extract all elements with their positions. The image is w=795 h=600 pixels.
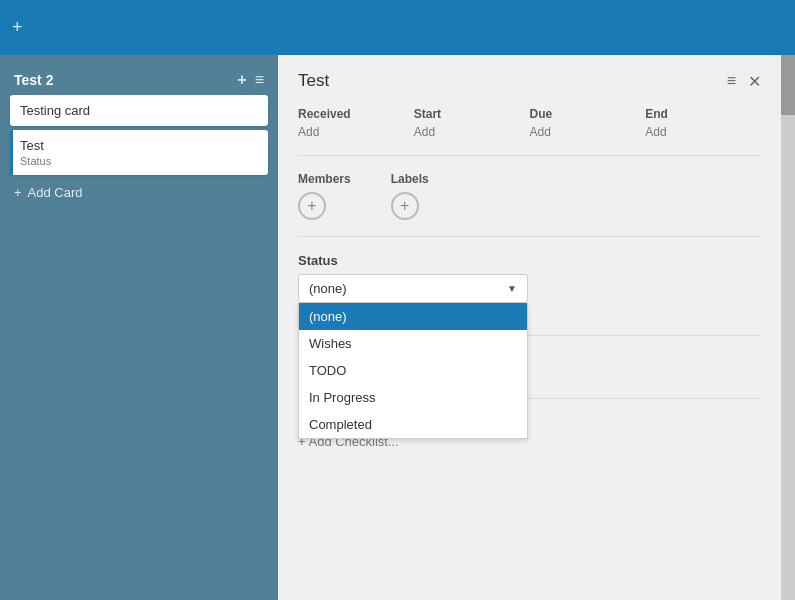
date-field-due: Due Add [530, 107, 646, 139]
top-bar: + [0, 0, 795, 55]
status-current-value: (none) [309, 281, 347, 296]
card-title: Test [20, 138, 258, 153]
date-field-received: Received Add [298, 107, 414, 139]
card-title: Testing card [20, 103, 90, 118]
date-label-end: End [645, 107, 761, 121]
date-label-due: Due [530, 107, 646, 121]
dates-row: Received Add Start Add Due Add End Add [298, 107, 761, 156]
list-add-icon[interactable]: + [237, 71, 246, 89]
date-add-end[interactable]: Add [645, 125, 761, 139]
status-option-inprogress[interactable]: In Progress [299, 384, 527, 411]
members-labels-row: Members + Labels + [298, 172, 761, 237]
status-label: Status [298, 253, 761, 268]
members-label: Members [298, 172, 351, 186]
date-field-end: End Add [645, 107, 761, 139]
add-member-button[interactable]: + [298, 192, 326, 220]
list-header-actions: + ≡ [237, 71, 264, 89]
status-dropdown: (none) Wishes TODO In Progress Completed [298, 303, 528, 439]
date-label-start: Start [414, 107, 530, 121]
date-label-received: Received [298, 107, 414, 121]
date-add-due[interactable]: Add [530, 125, 646, 139]
status-option-todo[interactable]: TODO [299, 357, 527, 384]
status-option-completed[interactable]: Completed [299, 411, 527, 438]
status-option-wishes[interactable]: Wishes [299, 330, 527, 357]
add-card-button[interactable]: + Add Card [10, 179, 268, 206]
date-add-received[interactable]: Add [298, 125, 414, 139]
add-card-icon: + [14, 185, 22, 200]
add-label-button[interactable]: + [391, 192, 419, 220]
card-item[interactable]: Test Status [10, 130, 268, 175]
card-detail-panel: Test ≡ ✕ Received Add Start Add Due Add … [278, 55, 781, 600]
card-detail-header: Test ≡ ✕ [298, 71, 761, 91]
status-select-wrapper: (none) ▼ (none) Wishes TODO In Progress … [298, 274, 528, 303]
status-section: Status (none) ▼ (none) Wishes TODO In Pr… [298, 253, 761, 321]
members-section: Members + [298, 172, 351, 220]
labels-label: Labels [391, 172, 429, 186]
card-close-button[interactable]: ✕ [748, 72, 761, 91]
card-detail-header-actions: ≡ ✕ [727, 72, 761, 91]
scrollbar-thumb [781, 55, 795, 115]
list-title: Test 2 [14, 72, 53, 88]
card-item[interactable]: Testing card [10, 95, 268, 126]
add-card-label: Add Card [28, 185, 83, 200]
main-area: Test 2 + ≡ Testing card Test Status + Ad… [0, 55, 795, 600]
select-arrow-icon: ▼ [507, 283, 517, 294]
card-subtitle: Status [20, 155, 258, 167]
status-select-display[interactable]: (none) ▼ [298, 274, 528, 303]
list-header: Test 2 + ≡ [10, 65, 268, 95]
card-detail-title: Test [298, 71, 329, 91]
date-field-start: Start Add [414, 107, 530, 139]
scrollbar[interactable] [781, 55, 795, 600]
top-bar-plus-icon[interactable]: + [12, 17, 23, 38]
status-option-none[interactable]: (none) [299, 303, 527, 330]
labels-section: Labels + [391, 172, 429, 220]
board-panel: Test 2 + ≡ Testing card Test Status + Ad… [0, 55, 278, 600]
date-add-start[interactable]: Add [414, 125, 530, 139]
list-menu-icon[interactable]: ≡ [255, 71, 264, 89]
card-menu-button[interactable]: ≡ [727, 72, 736, 90]
